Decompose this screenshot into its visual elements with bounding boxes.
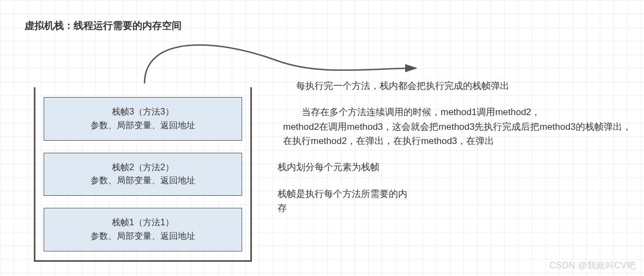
frame-detail: 参数、局部变量、返回地址 xyxy=(47,230,239,243)
frame-name: 栈帧1（方法1） xyxy=(47,216,239,230)
page-title: 虚拟机栈：线程运行需要的内存空间 xyxy=(25,19,182,32)
frame-detail: 参数、局部变量、返回地址 xyxy=(47,174,239,188)
watermark: CSDN @我就叫CV吧 xyxy=(550,260,636,272)
frame-name: 栈帧2（方法2） xyxy=(47,161,239,175)
stack-frame-3: 栈帧3（方法3） 参数、局部变量、返回地址 xyxy=(44,97,242,141)
stack-frame-1: 栈帧1（方法1） 参数、局部变量、返回地址 xyxy=(44,208,242,251)
note-multi-call-b: method2在调用method3，这会就会把method3先执行完成后把met… xyxy=(278,120,632,149)
note-frame-memory: 栈帧是执行每个方法所需要的内存 xyxy=(278,187,408,216)
note-multi-call-a: 当存在多个方法连续调用的时候，method1调用method2， xyxy=(278,105,632,119)
pop-arrow xyxy=(139,41,423,85)
frame-detail: 参数、局部变量、返回地址 xyxy=(47,119,239,133)
note-pop-frame: 每执行完一个方法，栈内都会把执行完成的栈帧弹出 xyxy=(278,79,632,93)
note-frame-elements: 栈内划分每个元素为栈帧 xyxy=(278,160,632,175)
frame-name: 栈帧3（方法3） xyxy=(47,105,239,119)
stack-frame-2: 栈帧2（方法2） 参数、局部变量、返回地址 xyxy=(44,153,242,196)
explanation-notes: 每执行完一个方法，栈内都会把执行完成的栈帧弹出 当存在多个方法连续调用的时候，m… xyxy=(278,79,632,227)
vm-stack: 栈帧3（方法3） 参数、局部变量、返回地址 栈帧2（方法2） 参数、局部变量、返… xyxy=(34,87,252,262)
